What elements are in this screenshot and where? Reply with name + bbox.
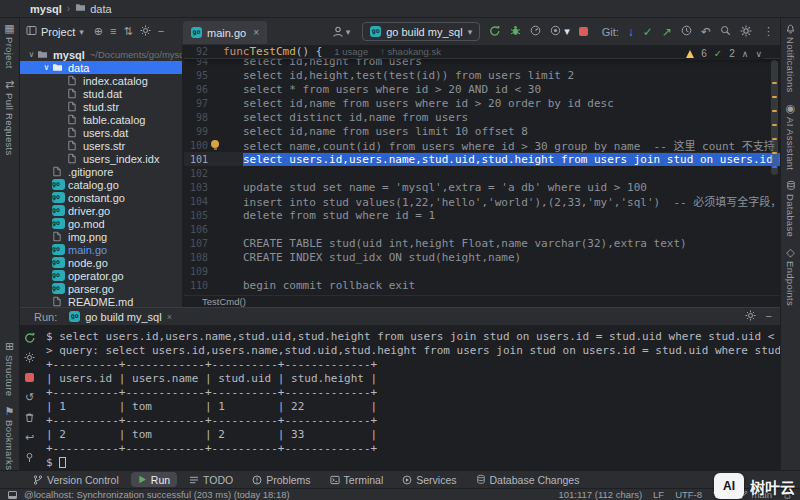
line-number[interactable]: 95 <box>184 70 208 81</box>
pin-tab-button[interactable] <box>23 451 36 464</box>
code-text[interactable]: CREATE INDEX stud_idx ON stud(height,nam… <box>223 251 521 264</box>
stop-process-button[interactable] <box>23 371 36 384</box>
profiler-button[interactable] <box>530 25 541 38</box>
line-number[interactable]: 104 <box>184 196 208 207</box>
author-hint[interactable]: ↑ shaokang.sk <box>380 45 441 59</box>
code-text[interactable]: CREATE TABLE stud(uid int,height Float,n… <box>223 237 687 250</box>
code-line-110[interactable]: 110begin commit rollback exit <box>184 278 780 292</box>
soft-wrap-button[interactable]: ↩ <box>23 431 36 444</box>
stripe-item-notifications[interactable]: Notifications <box>781 18 800 98</box>
tree-item-parser-go[interactable]: goparser.go <box>20 282 182 295</box>
code-line-105[interactable]: 105delete from stud where id = 1 <box>184 208 780 222</box>
breadcrumb-folder[interactable]: data <box>75 2 111 15</box>
code-line-106[interactable]: 106 <box>184 222 780 236</box>
code-text[interactable]: delete from stud where id = 1 <box>223 209 435 222</box>
code-line-96[interactable]: 96select * from users where id > 20 AND … <box>184 82 780 96</box>
stripe-item-project[interactable]: ▦Project <box>0 18 19 74</box>
tree-item-node-go[interactable]: gonode.go <box>20 256 182 269</box>
line-number[interactable]: 102 <box>184 168 208 179</box>
run-button[interactable] <box>489 25 501 39</box>
run-console-tab[interactable]: go go build my_sql × <box>69 311 172 323</box>
toolwindow-tab-database-changes[interactable]: Database Changes <box>469 472 587 487</box>
profile-button[interactable]: ▾ <box>332 26 351 38</box>
code-line-95[interactable]: 95select id,height,test(test(id)) from u… <box>184 68 780 82</box>
debug-button[interactable] <box>510 25 521 38</box>
stop-button[interactable] <box>579 27 588 36</box>
tree-item-driver-go[interactable]: godriver.go <box>20 204 182 217</box>
console-prompt[interactable]: $ <box>46 456 780 469</box>
caret-position-widget[interactable]: 101:117 (112 chars) <box>558 489 642 500</box>
code-line-98[interactable]: 98select distinct id,name from users <box>184 110 780 124</box>
tree-item-mysql[interactable]: ∨mysql~/Documents/go/mysql <box>20 48 182 61</box>
code-text[interactable]: select id,height,test(test(id)) from use… <box>223 69 574 82</box>
select-opened-file-button[interactable]: ⊕ <box>94 26 103 37</box>
scrollbar-thumb[interactable] <box>771 60 778 175</box>
code-text[interactable]: select id,name from users limit 10 offse… <box>223 125 528 138</box>
history-button[interactable] <box>681 25 692 38</box>
search-everywhere-button[interactable] <box>720 25 731 38</box>
editor-scrollbar[interactable] <box>771 60 778 293</box>
editor[interactable]: 92 func TestCmd() { 1 usage ↑ shaokang.s… <box>184 45 780 295</box>
hide-run-panel-button[interactable]: − <box>766 311 772 322</box>
close-tab-icon[interactable]: × <box>253 27 259 38</box>
settings-button[interactable] <box>740 25 752 39</box>
clear-console-button[interactable] <box>23 411 36 424</box>
run-with-coverage-button[interactable] <box>550 25 561 38</box>
tree-item-table-catalog[interactable]: table.catalog <box>20 113 182 126</box>
stripe-item-pull-requests[interactable]: ⇄Pull Requests <box>0 74 19 161</box>
line-number[interactable]: 105 <box>184 210 208 221</box>
stripe-item-endpoints[interactable]: ◇Endpoints <box>781 242 800 311</box>
tree-item-users-index-idx[interactable]: users_index.idx <box>20 152 182 165</box>
tree-item-operator-go[interactable]: gooperator.go <box>20 269 182 282</box>
tree-item-readme-md[interactable]: README.md <box>20 295 182 307</box>
stripe-item-database[interactable]: Database <box>781 175 800 242</box>
git-update-button[interactable]: ↓ <box>628 26 634 38</box>
code-line-102[interactable]: 102 <box>184 166 780 180</box>
tree-item-stud-dat[interactable]: stud.dat <box>20 87 182 100</box>
tree-item-catalog-go[interactable]: gocatalog.go <box>20 178 182 191</box>
run-console[interactable]: $ select users.id,users.name,stud.uid,st… <box>39 326 780 469</box>
tree-item-data[interactable]: ∨data <box>20 61 182 74</box>
git-push-button[interactable]: ↗ <box>662 26 672 38</box>
previous-problem-button[interactable]: ∧ <box>742 49 749 59</box>
code-text[interactable]: select name,count(id) from users where i… <box>223 137 780 153</box>
restore-layout-button[interactable]: ↺ <box>23 391 36 404</box>
line-number[interactable]: 107 <box>184 238 208 249</box>
line-number[interactable]: 110 <box>184 280 208 291</box>
encoding-widget[interactable]: UTF-8 <box>675 489 702 500</box>
layout-icon[interactable] <box>8 491 17 499</box>
inspections-widget[interactable]: 6 ✓ 2 ∧ ∨ <box>682 47 766 60</box>
breadcrumb-project[interactable]: mysql <box>30 3 62 15</box>
tree-item-stud-str[interactable]: stud.str <box>20 100 182 113</box>
code-line-108[interactable]: 108CREATE INDEX stud_idx ON stud(height,… <box>184 250 780 264</box>
line-separator-widget[interactable]: LF <box>653 489 664 500</box>
line-number[interactable]: 98 <box>184 112 208 123</box>
project-view-selector[interactable]: Project <box>41 26 75 38</box>
tree-item-users-dat[interactable]: users.dat <box>20 126 182 139</box>
rerun-button[interactable] <box>23 331 36 344</box>
code-text[interactable]: select * from users where id > 20 AND id… <box>223 83 541 96</box>
more-options-button[interactable]: ⋮ <box>763 25 774 38</box>
line-number[interactable]: 106 <box>184 224 208 235</box>
tree-item-constant-go[interactable]: goconstant.go <box>20 191 182 204</box>
line-number[interactable]: 103 <box>184 182 208 193</box>
line-number[interactable]: 109 <box>184 266 208 277</box>
code-line-109[interactable]: 109 <box>184 264 780 278</box>
console-cursor[interactable] <box>59 457 66 468</box>
code-text[interactable]: select distinct id,name from users <box>223 111 468 124</box>
tree-item-img-png[interactable]: img.png <box>20 230 182 243</box>
code-line-97[interactable]: 97select id,name from users where id > 2… <box>184 96 780 110</box>
line-number[interactable]: 99 <box>184 126 208 137</box>
code-text[interactable]: update stud set name = 'mysql',extra = '… <box>223 181 647 194</box>
usages-hint[interactable]: 1 usage <box>334 45 368 59</box>
hide-panel-button[interactable]: − <box>158 26 164 37</box>
code-text[interactable]: select id,name from users where id > 20 … <box>223 97 614 110</box>
panel-options-button[interactable] <box>140 25 151 38</box>
expand-all-button[interactable]: ≡ <box>110 26 116 37</box>
stripe-item-bookmarks[interactable]: ⚑Bookmarks <box>0 401 19 475</box>
tree-item-index-catalog[interactable]: index.catalog <box>20 74 182 87</box>
toolwindow-tab-services[interactable]: Services <box>395 472 463 487</box>
collapse-all-button[interactable]: ⇅ <box>123 26 132 37</box>
tree-item-users-str[interactable]: users.str <box>20 139 182 152</box>
code-line-107[interactable]: 107CREATE TABLE stud(uid int,height Floa… <box>184 236 780 250</box>
